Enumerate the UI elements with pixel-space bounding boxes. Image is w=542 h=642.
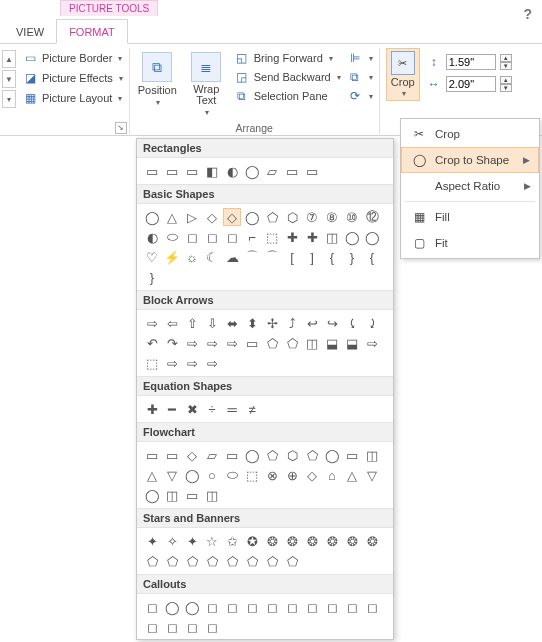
rotate-button[interactable]: ⟳▾: [347, 88, 373, 104]
shape-item[interactable]: ◧: [203, 162, 221, 180]
shape-item[interactable]: ✧: [163, 532, 181, 550]
spin-down[interactable]: ▼: [500, 84, 512, 92]
shape-item[interactable]: ⬠: [283, 552, 301, 570]
shape-item[interactable]: ⌒: [263, 248, 281, 266]
help-button[interactable]: ?: [523, 6, 532, 22]
menu-crop[interactable]: ✂ Crop: [401, 121, 539, 147]
shape-item[interactable]: [183, 268, 201, 286]
shape-item[interactable]: ⬠: [283, 334, 301, 352]
shape-item[interactable]: ◻: [243, 598, 261, 616]
shape-item[interactable]: ⬡: [283, 446, 301, 464]
shape-item[interactable]: ◇: [203, 208, 221, 226]
shape-item[interactable]: ☁: [223, 248, 241, 266]
shape-item[interactable]: ✖: [183, 400, 201, 418]
shape-item[interactable]: ◻: [263, 598, 281, 616]
shape-item[interactable]: ◻: [303, 598, 321, 616]
shape-item[interactable]: ◻: [283, 598, 301, 616]
shape-item[interactable]: ◯: [243, 208, 261, 226]
shape-item[interactable]: ↷: [163, 334, 181, 352]
shape-item[interactable]: ▷: [183, 208, 201, 226]
shape-item[interactable]: ▭: [143, 446, 161, 464]
shape-item[interactable]: ⬓: [323, 334, 341, 352]
shape-item[interactable]: ◯: [343, 228, 361, 246]
shape-item[interactable]: ⇧: [183, 314, 201, 332]
shape-item[interactable]: ⇨: [203, 334, 221, 352]
shape-item[interactable]: ☾: [203, 248, 221, 266]
shape-item[interactable]: △: [143, 466, 161, 484]
shape-item[interactable]: ⬠: [203, 552, 221, 570]
shape-item[interactable]: ◻: [223, 228, 241, 246]
shape-item[interactable]: ◻: [203, 598, 221, 616]
shape-item[interactable]: ⑦: [303, 208, 321, 226]
shape-item[interactable]: ❂: [263, 532, 281, 550]
width-spinner[interactable]: ↔ ▲▼: [426, 76, 512, 92]
shape-item[interactable]: ◫: [303, 334, 321, 352]
shape-item[interactable]: {: [323, 248, 341, 266]
shape-item[interactable]: ◇: [223, 208, 241, 226]
shape-item[interactable]: ⇨: [143, 314, 161, 332]
shape-item[interactable]: ❂: [343, 532, 361, 550]
shape-item[interactable]: ○: [203, 466, 221, 484]
shape-item[interactable]: ━: [163, 400, 181, 418]
shape-item[interactable]: ⇩: [203, 314, 221, 332]
shape-item[interactable]: ⇨: [183, 354, 201, 372]
shape-item[interactable]: ⬚: [263, 228, 281, 246]
shape-item[interactable]: ⑧: [323, 208, 341, 226]
position-button[interactable]: ⧉ Position ▾: [136, 50, 179, 109]
shape-item[interactable]: ❂: [363, 532, 381, 550]
shape-item[interactable]: ⬡: [283, 208, 301, 226]
shape-item[interactable]: ◻: [223, 598, 241, 616]
shape-item[interactable]: ⬍: [243, 314, 261, 332]
shape-item[interactable]: ▭: [243, 334, 261, 352]
shape-item[interactable]: ⇨: [363, 334, 381, 352]
group-button[interactable]: ⧉▾: [347, 69, 373, 85]
shape-item[interactable]: ◻: [203, 618, 221, 636]
shape-item[interactable]: ÷: [203, 400, 221, 418]
shape-item[interactable]: ⊕: [283, 466, 301, 484]
shape-item[interactable]: ⬚: [143, 354, 161, 372]
shape-item[interactable]: ▭: [183, 486, 201, 504]
shape-item[interactable]: ⌂: [323, 466, 341, 484]
shape-item[interactable]: ◯: [143, 486, 161, 504]
tab-format[interactable]: FORMAT: [56, 19, 128, 44]
shape-item[interactable]: ⇨: [223, 334, 241, 352]
shape-item[interactable]: ↩: [303, 314, 321, 332]
shape-item[interactable]: ⇨: [203, 354, 221, 372]
shape-item[interactable]: ☼: [183, 248, 201, 266]
shape-item[interactable]: ═: [223, 400, 241, 418]
shape-item[interactable]: ▭: [163, 162, 181, 180]
shape-item[interactable]: ⬠: [263, 334, 281, 352]
shape-item[interactable]: ↪: [323, 314, 341, 332]
shape-item[interactable]: △: [343, 466, 361, 484]
shape-item[interactable]: ◫: [323, 228, 341, 246]
picture-effects-button[interactable]: ◪ Picture Effects ▾: [22, 70, 123, 86]
shape-item[interactable]: ✦: [183, 532, 201, 550]
shape-item[interactable]: }: [143, 268, 161, 286]
shape-item[interactable]: ◫: [363, 446, 381, 464]
shape-item[interactable]: ✦: [143, 532, 161, 550]
spin-up[interactable]: ▲: [500, 76, 512, 84]
dialog-launcher-styles[interactable]: ↘: [115, 122, 127, 134]
shape-item[interactable]: ⤹: [343, 314, 361, 332]
tab-view[interactable]: VIEW: [4, 20, 56, 43]
height-spinner[interactable]: ↕ ▲▼: [426, 54, 512, 70]
menu-fill[interactable]: ▦ Fill: [401, 204, 539, 230]
menu-fit[interactable]: ▢ Fit: [401, 230, 539, 256]
menu-crop-to-shape[interactable]: ◯ Crop to Shape ▶: [401, 147, 539, 173]
shape-item[interactable]: ▭: [183, 162, 201, 180]
shape-item[interactable]: ▭: [303, 162, 321, 180]
shape-item[interactable]: ⬠: [303, 446, 321, 464]
shape-item[interactable]: ◻: [343, 598, 361, 616]
shape-item[interactable]: ◻: [323, 598, 341, 616]
shape-item[interactable]: ⬠: [263, 552, 281, 570]
menu-aspect-ratio[interactable]: Aspect Ratio ▶: [401, 173, 539, 199]
shape-item[interactable]: ≠: [243, 400, 261, 418]
shape-item[interactable]: ♡: [143, 248, 161, 266]
shape-item[interactable]: ⇦: [163, 314, 181, 332]
send-backward-button[interactable]: ◲ Send Backward ▾: [234, 69, 341, 85]
shape-item[interactable]: ☆: [203, 532, 221, 550]
shape-item[interactable]: ◻: [363, 598, 381, 616]
crop-button[interactable]: ✂ Crop ▾: [386, 48, 420, 101]
shape-item[interactable]: }: [343, 248, 361, 266]
shape-item[interactable]: ▭: [143, 162, 161, 180]
